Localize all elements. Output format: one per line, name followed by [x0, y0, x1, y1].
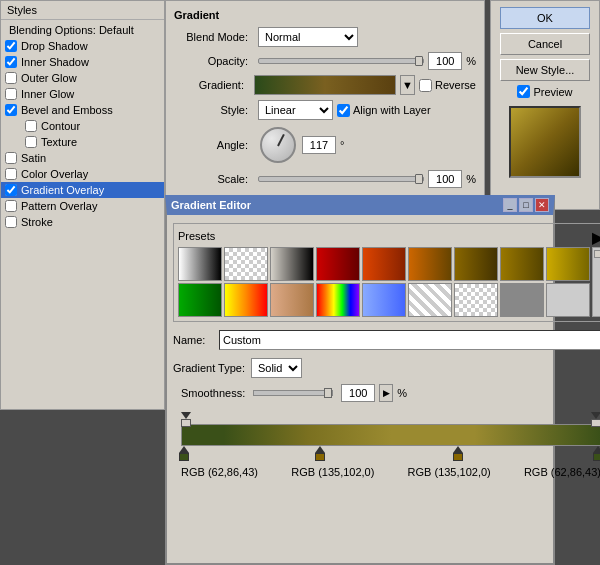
style-drop-shadow[interactable]: Drop Shadow	[1, 38, 164, 54]
align-checkbox[interactable]	[337, 104, 350, 117]
scroll-thumb[interactable]	[594, 250, 600, 258]
dialog-titlebar: Gradient Editor _ □ ✕	[167, 195, 553, 215]
blend-mode-select[interactable]: Normal	[258, 27, 358, 47]
opacity-value[interactable]: 100	[428, 52, 462, 70]
preset-18[interactable]	[546, 283, 590, 317]
preset-5[interactable]	[362, 247, 406, 281]
scale-row: Scale: 100 %	[174, 170, 476, 188]
stroke-checkbox[interactable]	[5, 216, 17, 228]
opacity-slider[interactable]	[258, 58, 424, 64]
color-stops-area	[181, 446, 600, 466]
inner-glow-checkbox[interactable]	[5, 88, 17, 100]
style-stroke[interactable]: Stroke	[1, 214, 164, 230]
opacity-label: Opacity:	[174, 55, 254, 67]
contour-checkbox[interactable]	[25, 120, 37, 132]
align-row: Align with Layer	[337, 104, 431, 117]
angle-value[interactable]: 117	[302, 136, 336, 154]
scale-slider[interactable]	[258, 176, 424, 182]
smoothness-label: Smoothness:	[181, 387, 245, 399]
style-texture[interactable]: Texture	[1, 134, 164, 150]
gradient-overlay-panel: Gradient Blend Mode: Normal Opacity: 100…	[165, 0, 485, 210]
reverse-checkbox[interactable]	[419, 79, 432, 92]
new-style-button[interactable]: New Style...	[500, 59, 590, 81]
preset-11[interactable]	[224, 283, 268, 317]
dialog-close-btn[interactable]: ✕	[535, 198, 549, 212]
ok-button[interactable]: OK	[500, 7, 590, 29]
preset-12[interactable]	[270, 283, 314, 317]
color-stop-1[interactable]	[315, 446, 325, 461]
smoothness-value[interactable]: 100	[341, 384, 375, 402]
preset-13[interactable]	[316, 283, 360, 317]
preset-8[interactable]	[500, 247, 544, 281]
dialog-maximize-btn[interactable]: □	[519, 198, 533, 212]
preset-9[interactable]	[546, 247, 590, 281]
gradient-swatch[interactable]	[254, 75, 396, 95]
style-bevel-emboss[interactable]: Bevel and Emboss	[1, 102, 164, 118]
angle-row: Angle: 117 °	[174, 125, 476, 165]
style-satin[interactable]: Satin	[1, 150, 164, 166]
angle-dial[interactable]	[258, 125, 298, 165]
inner-shadow-checkbox[interactable]	[5, 56, 17, 68]
outer-glow-checkbox[interactable]	[5, 72, 17, 84]
name-input[interactable]	[219, 330, 600, 350]
dialog-minimize-btn[interactable]: _	[503, 198, 517, 212]
preset-7[interactable]	[454, 247, 498, 281]
preset-17[interactable]	[500, 283, 544, 317]
drop-shadow-checkbox[interactable]	[5, 40, 17, 52]
preset-1[interactable]	[178, 247, 222, 281]
dialog-window-controls: _ □ ✕	[503, 198, 549, 212]
preset-3[interactable]	[270, 247, 314, 281]
style-inner-shadow[interactable]: Inner Shadow	[1, 54, 164, 70]
color-overlay-checkbox[interactable]	[5, 168, 17, 180]
style-outer-glow[interactable]: Outer Glow	[1, 70, 164, 86]
preset-6[interactable]	[408, 247, 452, 281]
cancel-button[interactable]: Cancel	[500, 33, 590, 55]
style-label: Style:	[174, 104, 254, 116]
preset-4[interactable]	[316, 247, 360, 281]
gradient-type-select[interactable]: Solid	[251, 358, 302, 378]
gradient-arrow-btn[interactable]: ▼	[400, 75, 415, 95]
preset-16[interactable]	[454, 283, 498, 317]
texture-checkbox[interactable]	[25, 136, 37, 148]
smoothness-thumb[interactable]	[324, 388, 332, 398]
color-stop-3[interactable]	[593, 446, 600, 461]
smoothness-row: Smoothness: 100 ▶ %	[173, 382, 600, 404]
presets-title: Presets	[178, 230, 215, 242]
presets-expand-icon[interactable]: ▶	[592, 228, 600, 247]
gradient-overlay-checkbox[interactable]	[5, 184, 17, 196]
styles-panel: Styles Blending Options: Default Drop Sh…	[0, 0, 165, 410]
preset-15[interactable]	[408, 283, 452, 317]
gradient-main-bar[interactable]	[181, 424, 600, 446]
angle-label: Angle:	[174, 139, 254, 151]
style-contour[interactable]: Contour	[1, 118, 164, 134]
styles-list: Blending Options: Default Drop Shadow In…	[1, 20, 164, 232]
preset-10[interactable]	[178, 283, 222, 317]
style-pattern-overlay[interactable]: Pattern Overlay	[1, 198, 164, 214]
styles-panel-title: Styles	[1, 1, 164, 20]
pattern-overlay-checkbox[interactable]	[5, 200, 17, 212]
style-color-overlay[interactable]: Color Overlay	[1, 166, 164, 182]
gradient-row: Gradient: ▼ Reverse	[174, 75, 476, 95]
color-stop-0[interactable]	[179, 446, 189, 461]
preview-checkbox[interactable]	[517, 85, 530, 98]
smoothness-slider[interactable]	[253, 390, 333, 396]
preset-14[interactable]	[362, 283, 406, 317]
preset-2[interactable]	[224, 247, 268, 281]
style-blending-options[interactable]: Blending Options: Default	[1, 22, 164, 38]
opacity-stop-left[interactable]	[181, 412, 191, 427]
style-select[interactable]: Linear	[258, 100, 333, 120]
smoothness-arrow[interactable]: ▶	[379, 384, 393, 402]
name-label: Name:	[173, 334, 213, 346]
bevel-emboss-checkbox[interactable]	[5, 104, 17, 116]
color-stop-2[interactable]	[453, 446, 463, 461]
color-label-2: RGB (135,102,0)	[408, 466, 491, 478]
style-inner-glow[interactable]: Inner Glow	[1, 86, 164, 102]
gradient-type-label: Gradient Type:	[173, 362, 245, 374]
satin-checkbox[interactable]	[5, 152, 17, 164]
presets-scrollbar[interactable]	[592, 247, 600, 317]
presets-group: Presets ▶	[173, 223, 600, 322]
scale-value[interactable]: 100	[428, 170, 462, 188]
opacity-stop-right[interactable]	[591, 412, 600, 427]
gradient-type-row: Gradient Type: Solid	[173, 354, 600, 382]
style-gradient-overlay[interactable]: Gradient Overlay	[1, 182, 164, 198]
